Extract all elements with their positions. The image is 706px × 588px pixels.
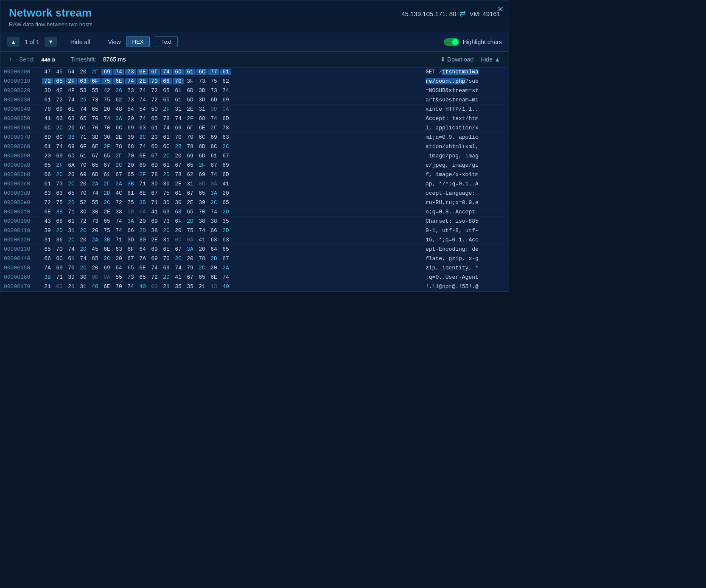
hex-byte[interactable]: 2D <box>220 209 231 215</box>
hex-byte[interactable]: 65 <box>66 190 77 196</box>
hex-byte[interactable]: 72 <box>78 218 89 224</box>
hex-byte[interactable]: 2C <box>161 227 172 234</box>
hex-byte[interactable]: 21 <box>66 283 77 290</box>
hex-byte[interactable]: 41 <box>173 274 184 280</box>
hex-byte[interactable]: 74 <box>149 265 160 271</box>
hex-byte[interactable]: 78 <box>113 143 124 150</box>
hex-byte[interactable]: 69 <box>149 218 160 224</box>
hex-byte[interactable]: 65 <box>220 199 231 206</box>
hex-byte[interactable]: 6C <box>42 125 53 131</box>
hex-byte[interactable]: 63 <box>220 134 231 140</box>
hex-byte[interactable]: 65 <box>185 209 196 215</box>
hex-byte[interactable]: 73 <box>125 69 136 75</box>
hex-byte[interactable]: 2F <box>113 153 124 159</box>
hex-byte[interactable]: 69 <box>161 265 172 271</box>
hex-byte[interactable]: 70 <box>90 115 101 122</box>
hex-byte[interactable]: 74 <box>66 246 77 252</box>
hex-byte[interactable]: 74 <box>161 125 172 131</box>
hex-byte[interactable]: 2D <box>220 227 231 234</box>
hex-byte[interactable]: 75 <box>101 227 112 234</box>
hex-byte[interactable]: 65 <box>54 78 65 84</box>
hex-byte[interactable]: 6E <box>113 78 124 84</box>
hex-byte[interactable]: 68 <box>125 143 136 150</box>
hex-byte[interactable]: 77 <box>208 69 219 75</box>
hex-byte[interactable]: 13 <box>208 283 219 290</box>
hex-byte[interactable]: 3D <box>196 87 207 94</box>
hex-byte[interactable]: 71 <box>113 237 124 243</box>
hex-byte[interactable]: 71 <box>66 209 77 215</box>
hex-byte[interactable]: 70 <box>125 153 136 159</box>
hex-byte[interactable]: 2A <box>113 181 124 187</box>
hex-byte[interactable]: 31 <box>161 237 172 243</box>
hex-byte[interactable]: 55 <box>113 274 124 280</box>
hex-byte[interactable]: 70 <box>90 125 101 131</box>
hex-byte[interactable]: 3B <box>125 181 136 187</box>
hex-byte[interactable]: 50 <box>149 106 160 112</box>
hex-byte[interactable]: 3B <box>42 274 53 280</box>
hex-byte[interactable]: 65 <box>161 87 172 94</box>
hex-byte[interactable]: 70 <box>66 265 77 271</box>
hex-byte[interactable]: 20 <box>90 265 101 271</box>
hex-byte[interactable]: 2C <box>66 181 77 187</box>
hex-byte[interactable]: 73 <box>125 274 136 280</box>
hex-byte[interactable]: 74 <box>54 143 65 150</box>
hex-byte[interactable]: 70 <box>161 255 172 262</box>
hex-byte[interactable]: 63 <box>208 237 219 243</box>
hex-byte[interactable]: 3D <box>161 199 172 206</box>
hex-byte[interactable]: 66 <box>42 255 53 262</box>
hex-byte[interactable]: 45 <box>90 246 101 252</box>
hex-byte[interactable]: 38 <box>149 227 160 234</box>
hex-byte[interactable]: 61 <box>78 125 89 131</box>
hex-byte[interactable]: 65 <box>125 265 136 271</box>
hex-byte[interactable]: 70 <box>185 134 196 140</box>
hex-byte[interactable]: 72 <box>149 97 160 103</box>
hex-byte[interactable]: 6F <box>78 143 89 150</box>
hex-byte[interactable]: 2F <box>90 69 101 75</box>
hex-byte[interactable]: 20 <box>137 218 148 224</box>
hex-byte[interactable]: 61 <box>149 125 160 131</box>
hex-byte[interactable]: 6F <box>125 246 136 252</box>
hex-byte[interactable]: 64 <box>113 265 124 271</box>
hex-byte[interactable]: 69 <box>185 153 196 159</box>
hex-byte[interactable]: 26 <box>113 87 124 94</box>
hex-byte[interactable]: 69 <box>66 143 77 150</box>
hex-byte[interactable]: 74 <box>220 274 231 280</box>
hex-byte[interactable]: 7A <box>42 265 53 271</box>
hex-byte[interactable]: 2D <box>54 227 65 234</box>
hex-byte[interactable]: 38 <box>208 218 219 224</box>
hex-byte[interactable]: 3D <box>125 237 136 243</box>
hex-byte[interactable]: 63 <box>54 190 65 196</box>
hex-byte[interactable]: 6D <box>185 97 196 103</box>
hex-byte[interactable]: 6D <box>173 69 184 75</box>
hex-byte[interactable]: 67 <box>185 274 196 280</box>
hex-byte[interactable]: 2D <box>101 190 112 196</box>
hex-byte[interactable]: 41 <box>42 115 53 122</box>
hex-byte[interactable]: 0D <box>173 237 184 243</box>
hex-byte[interactable]: 61 <box>42 143 53 150</box>
hex-byte[interactable]: 72 <box>54 97 65 103</box>
hex-byte[interactable]: 0D <box>208 106 219 112</box>
hex-byte[interactable]: 53 <box>78 87 89 94</box>
hex-byte[interactable]: 20 <box>173 153 184 159</box>
hex-byte[interactable]: 3D <box>196 97 207 103</box>
hex-byte[interactable]: 2C <box>137 134 148 140</box>
hex-byte[interactable]: 74 <box>161 69 172 75</box>
hex-byte[interactable]: 6E <box>42 209 53 215</box>
hex-byte[interactable]: 3B <box>54 209 65 215</box>
hex-byte[interactable]: 6E <box>196 125 207 131</box>
hex-byte[interactable]: 6D <box>220 171 231 178</box>
hex-byte[interactable]: 2C <box>101 255 112 262</box>
hex-byte[interactable]: 20 <box>185 255 196 262</box>
hex-byte[interactable]: 75 <box>208 78 219 84</box>
hex-byte[interactable]: 2A <box>90 181 101 187</box>
hex-byte[interactable]: 2C <box>196 265 207 271</box>
hex-byte[interactable]: 30 <box>101 134 112 140</box>
hex-byte[interactable]: 78 <box>42 106 53 112</box>
hex-byte[interactable]: 75 <box>101 78 112 84</box>
hex-byte[interactable]: 65 <box>78 115 89 122</box>
hex-byte[interactable]: 48 <box>113 106 124 112</box>
hex-byte[interactable]: 2C <box>220 143 231 150</box>
hex-byte[interactable]: 3A <box>125 218 136 224</box>
hex-byte[interactable]: 70 <box>78 190 89 196</box>
hex-byte[interactable]: 31 <box>66 227 77 234</box>
